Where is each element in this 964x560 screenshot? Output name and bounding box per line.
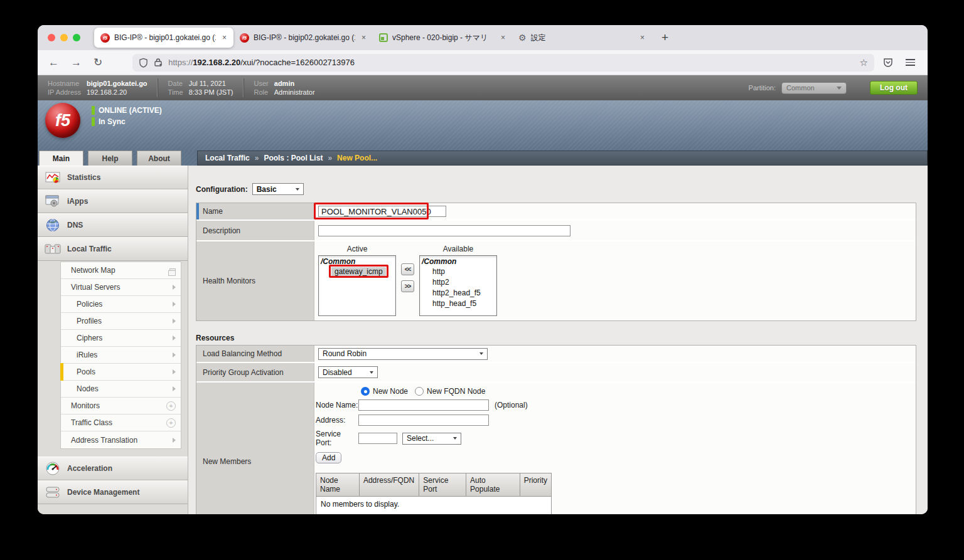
close-tab-icon[interactable]: ×: [638, 33, 646, 42]
new-node-radio[interactable]: [361, 387, 370, 396]
url-text[interactable]: https://192.168.2.20/xui/?nocache=162600…: [168, 58, 355, 67]
bookmark-star-icon[interactable]: ☆: [860, 57, 868, 68]
node-name-label: Node Name:: [316, 401, 358, 409]
tab-help[interactable]: Help: [88, 151, 132, 166]
close-tab-icon[interactable]: ×: [220, 33, 228, 42]
sidebar-item-dns[interactable]: DNS: [38, 213, 188, 237]
shield-icon[interactable]: [139, 58, 148, 68]
sidebar-item-traffic-class[interactable]: Traffic Class +: [61, 415, 181, 431]
sidebar-item-policies[interactable]: Policies: [61, 296, 181, 313]
description-input[interactable]: [318, 225, 570, 236]
cascade-icon: [169, 268, 176, 273]
new-node-radio-label[interactable]: New Node: [373, 387, 408, 396]
chevron-right-icon: [173, 438, 176, 443]
nav-row: Main Help About Local Traffic » Pools : …: [38, 151, 928, 166]
breadcrumb: Local Traffic » Pools : Pool List » New …: [197, 151, 928, 166]
members-table: Node Name Address/FQDN Service Port Auto…: [316, 473, 552, 514]
add-button[interactable]: Add: [316, 452, 341, 463]
node-name-input[interactable]: [358, 399, 489, 411]
resources-table: Load Balancing Method Round Robin Priori…: [196, 345, 916, 514]
logout-button[interactable]: Log out: [870, 81, 918, 95]
sidebar-item-network-map[interactable]: Network Map: [61, 262, 181, 279]
menu-icon[interactable]: [906, 59, 915, 66]
active-monitor-item[interactable]: gateway_icmp: [319, 267, 395, 277]
browser-tab-vsphere[interactable]: vSphere - 020-bigip - サマリ ×: [373, 28, 512, 48]
sidebar-item-monitors[interactable]: Monitors +: [61, 398, 181, 415]
user-value: admin: [274, 80, 315, 87]
priority-group-label: Priority Group Activation: [196, 363, 314, 381]
chevron-down-icon: [370, 371, 373, 374]
chevron-down-icon: [837, 87, 842, 90]
chevron-down-icon: [479, 352, 483, 355]
address-label: Address:: [316, 416, 358, 425]
tab-main[interactable]: Main: [39, 151, 83, 166]
local-traffic-submenu: Network Map Virtual Servers Policies Pro…: [60, 262, 181, 449]
chevron-right-icon: [173, 285, 176, 290]
load-balancing-select[interactable]: Round Robin: [318, 348, 488, 360]
plus-circle-icon[interactable]: +: [166, 418, 176, 428]
sidebar-item-iapps[interactable]: iApps: [38, 189, 188, 213]
available-monitor-item[interactable]: http: [420, 267, 496, 277]
priority-group-select[interactable]: Disabled: [318, 366, 378, 378]
refresh-icon[interactable]: ↻: [94, 56, 102, 69]
tab-about[interactable]: About: [137, 151, 181, 166]
datetime-info: Date Time Jul 11, 2021 8:33 PM (JST): [158, 78, 244, 97]
move-to-active-button[interactable]: <<: [401, 263, 414, 275]
minimize-window-button[interactable]: [60, 34, 68, 41]
pocket-icon[interactable]: [883, 58, 893, 68]
tab-title: vSphere - 020-bigip - サマリ: [392, 33, 495, 43]
close-tab-icon[interactable]: ×: [360, 33, 368, 42]
sidebar-item-local-traffic[interactable]: Local Traffic: [38, 237, 188, 261]
new-members-label: New Members: [196, 383, 314, 514]
address-input[interactable]: [358, 415, 489, 426]
active-monitors-list[interactable]: /Common gateway_icmp: [318, 255, 396, 316]
time-label: Time: [168, 88, 183, 96]
configuration-select[interactable]: Basic: [252, 183, 304, 195]
name-input[interactable]: [318, 206, 446, 217]
service-port-input[interactable]: [358, 433, 397, 444]
new-tab-button[interactable]: +: [661, 31, 668, 45]
sidebar-item-address-translation[interactable]: Address Translation: [61, 431, 181, 448]
move-to-available-button[interactable]: >>: [401, 280, 414, 292]
available-monitors-list[interactable]: /Common http http2 http2_head_f5 http_he…: [419, 255, 497, 316]
sidebar-item-acceleration[interactable]: Acceleration: [38, 457, 188, 480]
browser-tab-bigip01[interactable]: f5 BIG-IP® - bigip01.gokatei.go (19 ×: [94, 28, 233, 48]
partition-select[interactable]: Common: [781, 82, 847, 94]
breadcrumb-pool-list[interactable]: Pools : Pool List: [264, 154, 323, 162]
dns-globe-icon: [45, 218, 61, 232]
available-monitor-item[interactable]: http2_head_f5: [420, 288, 496, 298]
service-port-label: Service Port:: [316, 430, 358, 447]
back-icon[interactable]: ←: [48, 56, 59, 69]
sidebar-item-pools[interactable]: Pools: [61, 364, 181, 381]
plus-circle-icon[interactable]: +: [166, 401, 176, 411]
sidebar-item-statistics[interactable]: Statistics: [38, 166, 188, 189]
forward-icon[interactable]: →: [71, 56, 82, 69]
browser-tab-settings[interactable]: ⚙ 設定 ×: [512, 28, 651, 48]
browser-tab-bigip02[interactable]: f5 BIG-IP® - bigip02.gokatei.go (19 ×: [233, 28, 373, 48]
partition-group: /Common: [420, 256, 496, 267]
breadcrumb-local-traffic[interactable]: Local Traffic: [205, 154, 250, 162]
sidebar-item-device-management[interactable]: Device Management: [38, 480, 188, 504]
sidebar-item-label: Statistics: [67, 173, 100, 182]
zoom-window-button[interactable]: [73, 34, 80, 41]
f5-banner: f5 ONLINE (ACTIVE) In Sync: [38, 100, 928, 151]
sidebar-item-irules[interactable]: iRules: [61, 347, 181, 364]
close-window-button[interactable]: [48, 34, 55, 41]
new-fqdn-node-radio-label[interactable]: New FQDN Node: [427, 387, 485, 396]
sidebar-item-ciphers[interactable]: Ciphers: [61, 330, 181, 347]
available-monitor-item[interactable]: http_head_f5: [420, 298, 496, 309]
service-port-select[interactable]: Select...: [402, 433, 461, 445]
sidebar-item-nodes[interactable]: Nodes: [61, 381, 181, 398]
address-field[interactable]: https://192.168.2.20/xui/?nocache=162600…: [132, 54, 874, 71]
role-label: Role: [254, 88, 269, 96]
local-traffic-icon: [45, 243, 61, 255]
available-monitor-item[interactable]: http2: [420, 277, 496, 288]
sidebar-item-virtual-servers[interactable]: Virtual Servers: [61, 279, 181, 296]
new-fqdn-node-radio[interactable]: [415, 387, 424, 396]
lock-icon[interactable]: [154, 58, 163, 67]
configuration-label: Configuration:: [196, 185, 248, 194]
chevron-right-icon: [173, 319, 176, 324]
f5-favicon: f5: [240, 33, 249, 43]
sidebar-item-profiles[interactable]: Profiles: [61, 313, 181, 330]
close-tab-icon[interactable]: ×: [499, 33, 507, 42]
